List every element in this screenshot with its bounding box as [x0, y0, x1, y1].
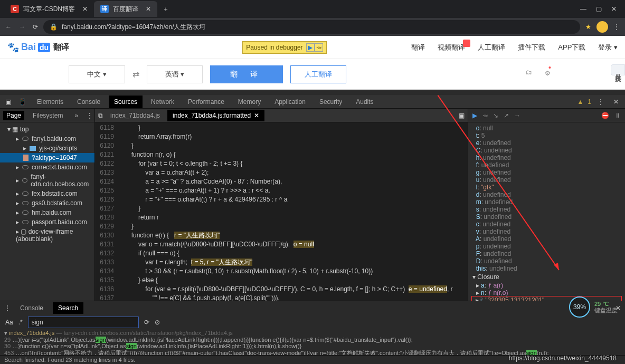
- tab-close-icon[interactable]: ✕: [146, 5, 151, 13]
- nav-tab-more[interactable]: »: [71, 111, 81, 120]
- progress-circle: 39%: [569, 296, 590, 318]
- nav-tab-filesystem[interactable]: Filesystem: [30, 111, 66, 120]
- tree-node[interactable]: ▸ fanyi-cdn.cdn.bcebos.com: [0, 172, 94, 189]
- close-icon[interactable]: ✕: [254, 112, 259, 119]
- source-lang-select[interactable]: 中文 ▾: [69, 65, 125, 83]
- search-result-row[interactable]: 30 …}function c(){var n=s("tplAdLink",Ob…: [4, 343, 621, 349]
- step-icon[interactable]: →: [514, 112, 520, 119]
- devtools-menu-icon[interactable]: ⋮: [594, 98, 607, 106]
- tree-node[interactable]: ▾ ▦ top: [0, 124, 94, 134]
- devtools-tab[interactable]: Memory: [233, 95, 266, 108]
- step-into-icon[interactable]: ↘: [493, 112, 498, 119]
- minimize-icon[interactable]: —: [580, 5, 586, 13]
- star-icon[interactable]: ★: [585, 23, 591, 31]
- tree-node[interactable]: ▸ hm.baidu.com: [0, 208, 94, 217]
- device-icon[interactable]: 📱: [16, 98, 29, 106]
- resume-icon[interactable]: ▶: [306, 43, 315, 52]
- devtools-tab[interactable]: Sources: [109, 95, 143, 108]
- devtools-tab[interactable]: Audits: [351, 95, 378, 108]
- search-input[interactable]: [28, 317, 139, 328]
- reload-icon[interactable]: ⟳: [33, 23, 38, 31]
- nav-tab-page[interactable]: Page: [3, 111, 24, 120]
- forward-icon[interactable]: →: [19, 23, 25, 31]
- regex-icon[interactable]: .*: [18, 319, 23, 326]
- tab-csdn[interactable]: C 写文章-CSDN博客 ✕: [4, 1, 94, 17]
- tree-node[interactable]: ▸ correctxt.baidu.com: [0, 162, 94, 172]
- human-translate-button[interactable]: 人工翻译: [290, 65, 346, 83]
- close-icon[interactable]: ✕: [611, 5, 617, 13]
- devtools-tab[interactable]: Security: [314, 95, 347, 108]
- fanyi-icon: 译: [100, 5, 109, 13]
- code-tab[interactable]: index_71bdda4.js: [105, 110, 165, 121]
- devtools-tab[interactable]: Elements: [32, 95, 69, 108]
- menu-icon[interactable]: ⋮: [613, 23, 620, 31]
- target-lang-select[interactable]: 英语 ▾: [147, 65, 203, 83]
- lock-icon: 🔒: [50, 23, 58, 31]
- history-icon[interactable]: 🗂: [526, 69, 537, 80]
- pause-exceptions-icon[interactable]: ⏸: [614, 112, 621, 119]
- clear-icon[interactable]: ⊘: [155, 319, 160, 326]
- devtools-tab[interactable]: Performance: [183, 95, 230, 108]
- nav-link[interactable]: APP下载: [558, 43, 585, 52]
- tree-node[interactable]: ▸ gss0.bdstatic.com: [0, 198, 94, 208]
- devtools-close-icon[interactable]: ✕: [610, 98, 622, 106]
- drawer-tab[interactable]: Console: [15, 302, 49, 314]
- devtools-tab[interactable]: Console: [72, 95, 106, 108]
- page-nav: 翻译 视频翻译 人工翻译 插件下载 APP下载 登录 ▾: [411, 43, 618, 52]
- devtools-tab[interactable]: Application: [269, 95, 311, 108]
- devtools-tabs: ▣ 📱 Elements Console Sources Network Per…: [0, 95, 625, 109]
- inspect-icon[interactable]: ▣: [3, 98, 13, 106]
- tree-node[interactable]: ▸ ▢ doc-view-iframe (about:blank): [0, 227, 94, 244]
- refresh-icon[interactable]: ⟳: [144, 319, 149, 326]
- tab-title: 写文章-CSDN博客: [23, 5, 75, 14]
- devtools-tab[interactable]: Network: [146, 95, 179, 108]
- devtools-panel: ▣ 📱 Elements Console Sources Network Per…: [0, 95, 625, 364]
- nav-link[interactable]: 视频翻译: [438, 43, 465, 52]
- tab-close-icon[interactable]: ✕: [82, 5, 88, 13]
- translate-button[interactable]: 翻 译: [210, 65, 283, 83]
- feedback-tab[interactable]: 意见 反馈: [611, 64, 625, 75]
- tree-node[interactable]: ▸ fex.bdstatic.com: [0, 189, 94, 198]
- browser-tab-strip: C 写文章-CSDN博客 ✕ 译 百度翻译 ✕ ＋ — ▢ ✕: [0, 0, 625, 18]
- new-tab-button[interactable]: ＋: [157, 5, 174, 14]
- nav-link[interactable]: 登录 ▾: [598, 43, 618, 52]
- tree-node[interactable]: ▸ passport.baidu.com: [0, 217, 94, 227]
- translation-controls: 中文 ▾ ⇄ 英语 ▾ 翻 译 人工翻译 🗂 ⚙ 意见 反馈: [0, 59, 625, 90]
- maximize-icon[interactable]: ▢: [596, 5, 602, 13]
- resume-icon[interactable]: ▶: [472, 112, 477, 119]
- step-over-icon[interactable]: ⤼: [315, 43, 323, 52]
- tree-node[interactable]: ?aldtype=16047: [0, 153, 94, 162]
- deactivate-bp-icon[interactable]: ⛔: [601, 112, 609, 119]
- nav-link[interactable]: 插件下载: [518, 43, 545, 52]
- toggle-sidebar-icon[interactable]: ▣: [456, 112, 468, 119]
- tab-title: 百度翻译: [113, 5, 138, 14]
- nav-link[interactable]: 翻译: [411, 43, 425, 52]
- watermark: https://blog.csdn.net/weixin_44449518: [509, 355, 617, 362]
- baidu-logo[interactable]: 🐾 Baidu 翻译: [7, 42, 69, 53]
- back-icon[interactable]: ←: [5, 23, 12, 31]
- step-over-icon[interactable]: ⤼: [482, 112, 488, 119]
- open-file-icon[interactable]: ⧉: [98, 112, 103, 119]
- search-result-row[interactable]: 29 …){var i=s("tplAdLink",Object.assign(…: [4, 337, 621, 343]
- tree-node[interactable]: ▸ fanyi.baidu.com: [0, 134, 94, 143]
- tree-node[interactable]: ▸ yjs-cgi/scripts: [0, 143, 94, 153]
- code-tab[interactable]: index_71bdda4.js:formatted ✕: [167, 110, 264, 121]
- tab-baidu-fanyi[interactable]: 译 百度翻译 ✕: [94, 1, 157, 17]
- settings-icon[interactable]: ⚙: [545, 69, 556, 80]
- step-out-icon[interactable]: ↗: [504, 112, 509, 119]
- nav-buttons: ← → ⟳: [5, 23, 38, 31]
- nav-more-icon[interactable]: ⋮: [87, 112, 93, 119]
- csdn-icon: C: [11, 5, 19, 13]
- paused-in-debugger-badge: Paused in debugger ▶⤼: [242, 41, 326, 54]
- drawer-menu-icon[interactable]: ⋮: [4, 304, 11, 312]
- url-input[interactable]: 🔒 fanyi.baidu.com/?aldtype=16047#zh/en/人…: [43, 20, 580, 34]
- warning-badge[interactable]: ▲ 1: [577, 98, 591, 106]
- profile-icon[interactable]: [596, 21, 608, 33]
- temperature-widget: 39% 29 ℃键盘温度: [569, 296, 618, 318]
- match-case-icon[interactable]: Aa: [5, 319, 13, 326]
- address-bar: ← → ⟳ 🔒 fanyi.baidu.com/?aldtype=16047#z…: [0, 18, 625, 36]
- swap-lang-icon[interactable]: ⇄: [132, 69, 139, 79]
- nav-link[interactable]: 人工翻译: [478, 43, 505, 52]
- drawer-tab[interactable]: Search: [53, 302, 83, 314]
- page-header: 🐾 Baidu 翻译 Paused in debugger ▶⤼ 翻译 视频翻译…: [0, 36, 625, 59]
